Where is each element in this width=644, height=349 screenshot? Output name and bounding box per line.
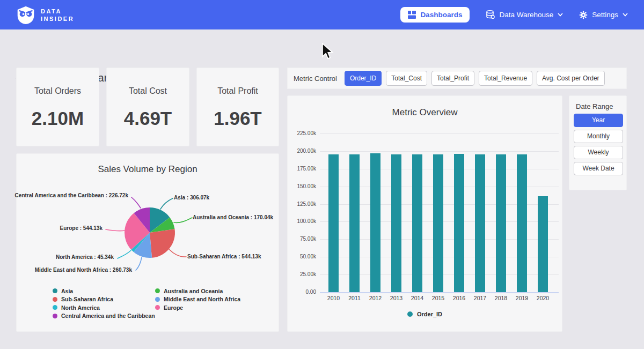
owl-logo-icon — [16, 5, 35, 25]
kpi-card-total-orders: Total Orders 2.10M — [16, 68, 99, 146]
pie-legend-column-1: AsiaSub-Saharan AfricaNorth AmericaCentr… — [53, 287, 155, 320]
date-range-weekly-button[interactable]: Weekly — [574, 146, 623, 159]
pie-legend-item-asia[interactable]: Asia — [53, 287, 155, 295]
leader-line-middle-east — [136, 257, 142, 270]
legend-dot — [53, 288, 57, 293]
bar-2017[interactable] — [475, 154, 485, 292]
pie-chart-card: Sales Volume by Region Asia : 306.07k Au… — [16, 153, 279, 332]
metric-button-total-cost[interactable]: Total_Cost — [386, 71, 427, 86]
data-warehouse-menu[interactable]: Data Warehouse — [486, 10, 563, 19]
bar-2016[interactable] — [454, 154, 464, 292]
bar-2013[interactable] — [391, 154, 401, 292]
y-axis-tick: 0.00 — [284, 289, 316, 295]
pie-legend-item-central-america-and-the-caribbean[interactable]: Central America and the Caribbean — [53, 312, 155, 321]
date-range-card: Date Range Year Monthly Weekly Week Date — [569, 95, 627, 190]
legend-label: Asia — [61, 288, 73, 294]
legend-dot — [53, 305, 57, 310]
legend-dot — [53, 297, 57, 302]
leader-line-north-america — [118, 250, 131, 258]
bar-2014[interactable] — [412, 154, 422, 292]
leader-line-central-america — [131, 197, 141, 208]
brand-text: DATA INSIDER — [41, 8, 74, 23]
legend-label: North America — [61, 305, 100, 311]
bar-2020[interactable] — [538, 196, 548, 292]
y-axis-tick: 225.00k — [284, 130, 316, 136]
pie-legend-item-australia-and-oceania[interactable]: Australia and Oceania — [155, 287, 240, 295]
settings-menu[interactable]: Settings — [579, 11, 628, 19]
legend-dot — [155, 297, 160, 302]
kpi-label: Total Profit — [197, 86, 279, 96]
kpi-value: 4.69T — [107, 108, 189, 129]
gear-icon — [579, 11, 588, 19]
legend-label: Order_ID — [417, 311, 442, 317]
x-axis-label: 2014 — [407, 295, 428, 301]
legend-label: Middle East and North Africa — [164, 296, 240, 302]
x-axis-label: 2015 — [428, 295, 449, 301]
pie-label-central-america: Central America and the Caribbean : 226.… — [15, 192, 128, 198]
pie-label-asia: Asia : 306.07k — [174, 195, 209, 201]
pie-legend-item-north-america[interactable]: North America — [53, 303, 155, 312]
x-axis-label: 2016 — [449, 295, 470, 301]
metric-button-total-profit[interactable]: Total_Profit — [431, 71, 474, 86]
dashboards-label: Dashboards — [420, 11, 462, 19]
bar-chart-legend[interactable]: Order_ID — [288, 311, 562, 317]
bar-chart-card: Metric Overview 225.00k200.00k175.00k150… — [287, 95, 562, 332]
kpi-label: Total Cost — [107, 86, 189, 96]
pie-slice-sub-saharan-africa[interactable] — [150, 229, 175, 258]
dashboards-button[interactable]: Dashboards — [400, 7, 470, 23]
database-icon — [486, 10, 495, 19]
bar-2012[interactable] — [370, 153, 380, 292]
bar-series — [323, 133, 553, 292]
metric-control-label: Metric Control — [294, 75, 337, 83]
y-axis-tick: 150.00k — [284, 183, 316, 189]
gridline — [320, 292, 559, 293]
y-axis-tick: 75.00k — [284, 236, 316, 242]
pie-label-sub-saharan-africa: Sub-Saharan Africa : 544.13k — [187, 254, 261, 259]
y-axis-tick: 50.00k — [284, 254, 316, 259]
bar-2011[interactable] — [349, 154, 360, 292]
kpi-label: Total Orders — [17, 86, 99, 96]
x-axis-label: 2017 — [470, 295, 491, 301]
chevron-down-icon — [558, 13, 563, 17]
metric-button-total-revenue[interactable]: Total_Revenue — [479, 71, 532, 86]
x-axis-label: 2011 — [344, 295, 365, 301]
x-axis-label: 2020 — [532, 295, 553, 301]
kpi-value: 2.10M — [17, 108, 99, 129]
legend-label: Sub-Saharan Africa — [61, 296, 113, 302]
pie-label-europe: Europe : 544.13k — [60, 225, 103, 231]
metric-button-avg-cost-per-order[interactable]: Avg. Cost per Order — [537, 71, 605, 86]
y-axis-tick: 125.00k — [284, 201, 316, 207]
pie-legend-item-sub-saharan-africa[interactable]: Sub-Saharan Africa — [53, 295, 155, 304]
pie-label-australia: Australia and Oceania : 170.04k — [193, 214, 273, 220]
x-axis-label: 2012 — [365, 295, 386, 301]
legend-dot — [155, 288, 160, 293]
y-axis-tick: 175.00k — [284, 166, 316, 172]
date-range-year-button[interactable]: Year — [574, 114, 623, 127]
pie-legend-column-2: Australia and OceaniaMiddle East and Nor… — [155, 287, 240, 312]
legend-dot — [155, 305, 160, 310]
settings-label: Settings — [592, 11, 618, 19]
app-root: DATA INSIDER Dashboards — [0, 0, 644, 349]
x-axis-label: 2018 — [491, 295, 511, 301]
bar-x-axis: 2010201120122013201420152016201720182019… — [323, 295, 553, 301]
bar-2019[interactable] — [517, 154, 527, 292]
date-range-title: Date Range — [576, 102, 613, 110]
bar-2010[interactable] — [328, 154, 339, 292]
date-range-week-date-button[interactable]: Week Date — [574, 162, 623, 175]
dashboard-grid-icon — [408, 11, 416, 19]
leader-line-sub-saharan-africa — [169, 249, 186, 257]
metric-button-order-id[interactable]: Order_ID — [345, 71, 382, 86]
x-axis-label: 2019 — [511, 295, 532, 301]
pie-legend-item-middle-east-and-north-africa[interactable]: Middle East and North Africa — [155, 295, 240, 304]
legend-label: Australia and Oceania — [164, 288, 223, 294]
top-navbar: DATA INSIDER Dashboards — [0, 0, 644, 29]
bar-2015[interactable] — [433, 154, 443, 292]
pie-legend-item-europe[interactable]: Europe — [155, 303, 240, 312]
date-range-monthly-button[interactable]: Monthly — [574, 130, 623, 143]
mouse-cursor — [321, 43, 334, 60]
kpi-value: 1.96T — [197, 108, 279, 129]
kpi-card-total-profit: Total Profit 1.96T — [196, 68, 279, 146]
bar-2018[interactable] — [496, 154, 506, 292]
kpi-card-total-cost: Total Cost 4.69T — [106, 68, 189, 146]
x-axis-label: 2010 — [323, 295, 344, 301]
